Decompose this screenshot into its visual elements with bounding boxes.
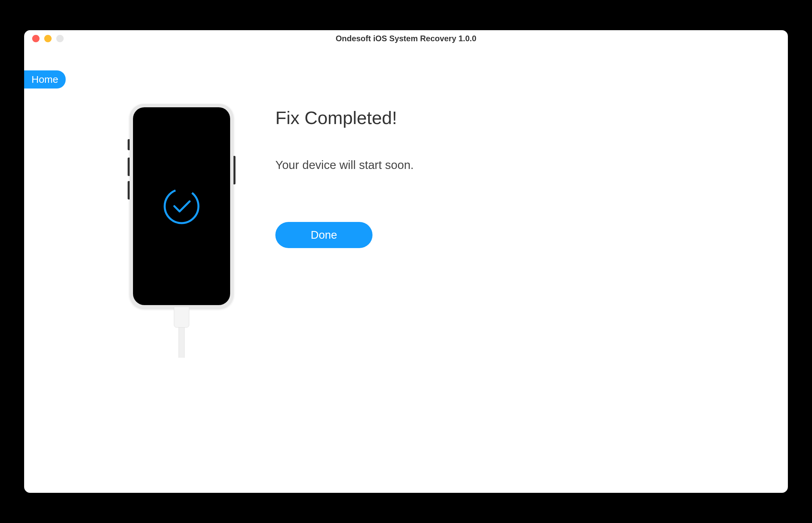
status-title: Fix Completed! [275, 107, 414, 128]
phone-illustration [121, 104, 242, 355]
window-title: Ondesoft iOS System Recovery 1.0.0 [24, 34, 788, 43]
phone-screen [133, 107, 230, 305]
phone-body [130, 104, 233, 308]
phone-notch-icon [156, 107, 207, 115]
phone-cable-icon [174, 307, 189, 357]
cable-wire-icon [178, 327, 185, 358]
phone-power-button-icon [233, 156, 235, 184]
message-area: Fix Completed! Your device will start so… [242, 104, 414, 355]
status-subtitle: Your device will start soon. [275, 158, 414, 172]
minimize-window-button[interactable] [44, 35, 52, 42]
content-area: Fix Completed! Your device will start so… [24, 47, 788, 355]
app-window: Ondesoft iOS System Recovery 1.0.0 Home [24, 30, 788, 493]
titlebar: Ondesoft iOS System Recovery 1.0.0 [24, 30, 788, 47]
home-button[interactable]: Home [24, 70, 65, 89]
maximize-window-button [56, 35, 64, 42]
svg-point-0 [165, 190, 199, 223]
cable-connector-icon [174, 307, 189, 327]
checkmark-success-icon [162, 186, 202, 226]
close-window-button[interactable] [32, 35, 39, 42]
traffic-lights [32, 35, 64, 42]
done-button[interactable]: Done [275, 222, 373, 248]
